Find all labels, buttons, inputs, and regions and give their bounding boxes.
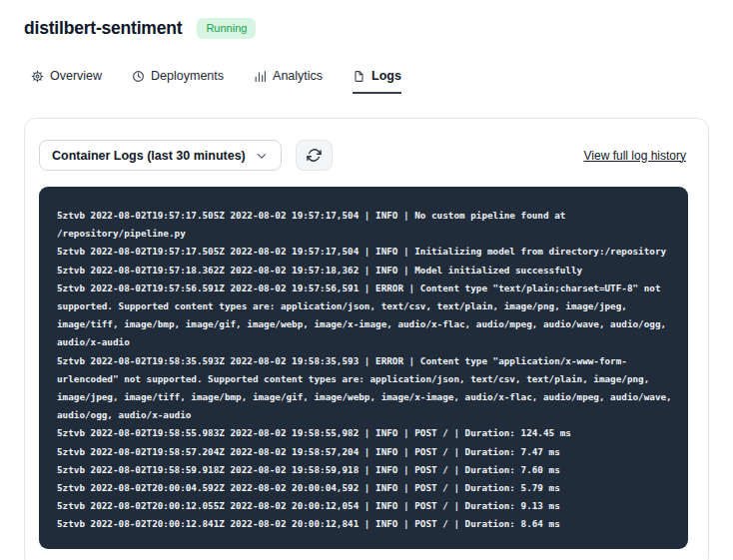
tab-analytics[interactable]: Analytics (254, 69, 323, 94)
log-line: 5ztvb 2022-08-02T19:58:55.983Z 2022-08-0… (57, 424, 672, 442)
log-line: 5ztvb 2022-08-02T19:57:18.362Z 2022-08-0… (57, 262, 672, 280)
log-line: supported. Supported content types are: … (57, 297, 672, 315)
logs-card: Container Logs (last 30 minutes) View fu… (24, 118, 709, 560)
logs-toolbar: Container Logs (last 30 minutes) View fu… (39, 140, 686, 171)
log-line: audio/x-audio (57, 333, 672, 351)
log-line: 5ztvb 2022-08-02T19:57:17.505Z 2022-08-0… (57, 207, 672, 225)
log-line: 5ztvb 2022-08-02T19:58:35.593Z 2022-08-0… (57, 352, 672, 370)
tab-label: Overview (50, 69, 102, 83)
clock-icon (132, 70, 145, 83)
log-line: image/jpeg, image/tiff, image/bmp, image… (57, 388, 672, 406)
refresh-button[interactable] (296, 140, 333, 171)
log-source-dropdown-value: Container Logs (last 30 minutes) (52, 149, 246, 163)
page-header: distilbert-sentiment Running (0, 0, 733, 39)
log-line: image/tiff, image/bmp, image/gif, image/… (57, 315, 672, 333)
tab-label: Analytics (273, 69, 323, 83)
page-title: distilbert-sentiment (24, 18, 182, 39)
tab-label: Logs (371, 69, 401, 83)
tab-deployments[interactable]: Deployments (132, 69, 224, 94)
tab-label: Deployments (151, 69, 224, 83)
refresh-icon (307, 148, 322, 163)
log-terminal[interactable]: 5ztvb 2022-08-02T19:57:17.505Z 2022-08-0… (39, 187, 688, 549)
bar-chart-icon (254, 70, 267, 83)
log-line: 5ztvb 2022-08-02T19:57:17.505Z 2022-08-0… (57, 243, 672, 261)
document-icon (353, 70, 366, 83)
tab-overview[interactable]: Overview (31, 69, 102, 94)
log-lines: 5ztvb 2022-08-02T19:57:17.505Z 2022-08-0… (57, 207, 672, 534)
log-source-dropdown[interactable]: Container Logs (last 30 minutes) (39, 140, 282, 171)
gear-icon (31, 70, 44, 83)
log-line: 5ztvb 2022-08-02T20:00:12.055Z 2022-08-0… (57, 497, 672, 515)
log-line: urlencoded" not supported. Supported con… (57, 370, 672, 388)
chevron-down-icon (255, 149, 269, 163)
log-line: 5ztvb 2022-08-02T19:58:57.204Z 2022-08-0… (57, 443, 672, 461)
log-line: 5ztvb 2022-08-02T20:00:04.592Z 2022-08-0… (57, 479, 672, 497)
view-full-log-history-link[interactable]: View full log history (584, 149, 687, 163)
log-line: audio/ogg, audio/x-audio (57, 406, 672, 424)
tab-bar: Overview Deployments Analytics Logs (31, 69, 709, 94)
tab-logs[interactable]: Logs (353, 69, 401, 94)
status-badge: Running (197, 18, 256, 38)
log-line: 5ztvb 2022-08-02T20:00:12.841Z 2022-08-0… (57, 515, 672, 533)
log-line: 5ztvb 2022-08-02T19:57:56.591Z 2022-08-0… (57, 280, 672, 297)
log-line: /repository/pipeline.py (57, 225, 672, 243)
log-line: 5ztvb 2022-08-02T19:58:59.918Z 2022-08-0… (57, 461, 672, 479)
